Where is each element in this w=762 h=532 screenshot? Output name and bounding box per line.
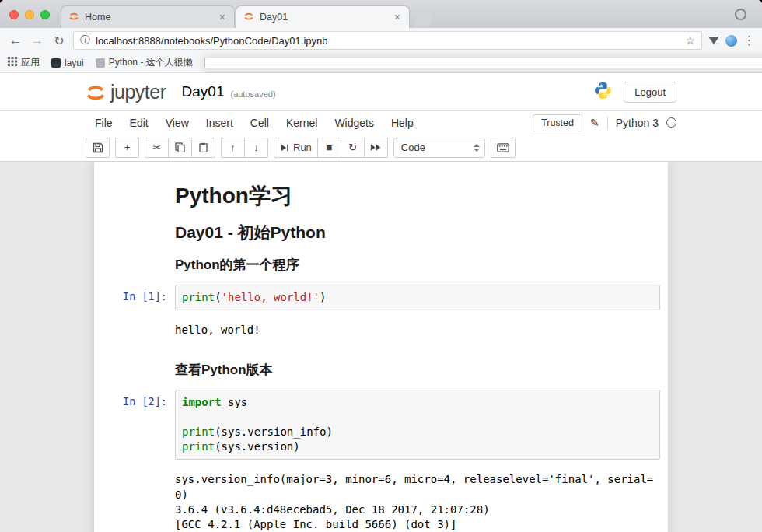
copy-icon [175,142,185,152]
code-input-area[interactable]: import sys print(sys.version_info) print… [175,390,660,460]
url-text[interactable]: localhost:8888/notebooks/PythonCode/Day0… [96,35,680,47]
zoom-window-button[interactable] [40,10,50,19]
heading-first-program: Python的第一个程序 [175,256,660,274]
code-cell-1[interactable]: In [1]: print('hello, world!') [94,281,668,314]
bookmark-python-blog[interactable]: Python - 这个人很懒 [96,56,193,69]
menu-kernel[interactable]: Kernel [278,117,326,129]
autosave-status: (autosaved) [230,86,275,99]
heading-python-study: Python学习 [175,181,660,211]
cell-prompt [94,175,175,277]
browser-tab-home[interactable]: Home × [61,5,235,28]
browser-tabs: Home × Day01 × [61,0,434,28]
menu-widgets[interactable]: Widgets [326,117,383,129]
notebook-title[interactable]: Day01 [182,83,225,100]
trusted-button[interactable]: Trusted [533,114,582,131]
cut-icon: ✂ [152,142,161,153]
code-token: print [182,291,215,303]
bookmark-apps[interactable]: 应用 [8,56,40,69]
browser-window: Home × Day01 × ← → ↻ ⓘ localhost:8888/no… [0,0,762,532]
cut-cell-button[interactable]: ✂ [145,138,169,158]
notebook-page: Python学习 Day01 - 初始Python Python的第一个程序 I… [94,162,668,532]
jupyter-logo[interactable]: jupyter [84,82,166,102]
run-cell-button[interactable]: Run [274,138,318,158]
arrow-down-icon: ↓ [253,142,259,153]
divider [607,117,608,129]
bookmark-favicon [204,58,762,68]
jupyter-favicon-icon [68,12,79,23]
bookmark-layui[interactable]: layui [51,58,84,68]
menu-file[interactable]: File [86,117,121,129]
output-area-2: sys.version_info(major=3, minor=6, micro… [94,464,668,532]
output-prompt [94,467,175,532]
bookmark-favicon [96,58,105,68]
reload-icon[interactable]: ↻ [51,33,67,48]
extension-globe-icon[interactable] [725,35,737,47]
address-bar[interactable]: ⓘ localhost:8888/notebooks/PythonCode/Da… [73,31,702,50]
menu-view[interactable]: View [157,117,197,129]
code-token: (sys.version_info) [215,425,333,438]
jupyter-header: jupyter Day01 (autosaved) Logout [0,73,762,110]
window-controls [9,10,50,19]
cell-type-select[interactable]: Code [393,138,485,158]
menu-edit[interactable]: Edit [121,117,157,129]
command-palette-button[interactable] [491,138,516,158]
profile-icon[interactable] [735,9,746,20]
page-info-icon[interactable]: ⓘ [80,33,90,47]
jupyter-favicon-icon [243,12,254,23]
minimize-window-button[interactable] [25,10,34,19]
copy-cell-button[interactable] [168,138,192,158]
add-cell-button[interactable]: + [115,138,139,158]
move-cell-up-button[interactable]: ↑ [221,138,245,158]
forward-icon[interactable]: → [30,33,45,47]
code-input-area[interactable]: print('hello, world!') [175,285,660,310]
code-token: ( [215,291,221,303]
bookmark-tkinter[interactable]: Tkinter 8.5 reference.. [204,58,762,68]
edit-mode-pencil-icon: ✎ [590,117,599,129]
heading-check-version: 查看Python版本 [175,361,660,379]
restart-kernel-button[interactable]: ↻ [341,138,365,158]
browser-menu-icon[interactable]: ⋮ [743,33,754,47]
tab-strip: Home × Day01 × [0,0,762,28]
save-button[interactable] [86,138,110,158]
paste-cell-button[interactable] [191,138,215,158]
restart-run-all-button[interactable] [364,138,388,158]
bookmark-label: Python - 这个人很懒 [109,56,193,69]
new-tab-button[interactable] [414,9,434,27]
bookmarks-bar: 应用 layui Python - 这个人很懒 Tkinter 8.5 refe… [0,53,762,73]
move-cell-down-button[interactable]: ↓ [244,138,268,158]
tab-label: Day01 [260,12,387,23]
tab-label: Home [85,12,212,23]
cell-type-value: Code [401,142,425,153]
cell-prompt [94,348,175,382]
close-window-button[interactable] [9,10,19,19]
markdown-cell-version[interactable]: 查看Python版本 [94,345,668,386]
bookmark-star-icon[interactable]: ☆ [685,34,695,47]
extension-triangle-icon[interactable] [708,37,719,44]
cell-prompt: In [1]: [94,285,175,310]
menu-help[interactable]: Help [383,117,422,129]
code-token: (sys.version) [215,440,300,453]
fast-forward-icon [370,143,381,152]
tab-close-icon[interactable]: × [393,11,402,23]
python-logo-icon [593,81,613,103]
cell-prompt: In [2]: [94,390,175,460]
keyboard-icon [497,143,509,152]
browser-toolbar: ← → ↻ ⓘ localhost:8888/notebooks/PythonC… [0,28,762,53]
kernel-name: Python 3 [616,117,659,129]
menu-cell[interactable]: Cell [242,117,278,129]
paste-icon [198,142,208,152]
markdown-cell-title[interactable]: Python学习 Day01 - 初始Python Python的第一个程序 [94,171,668,281]
tab-close-icon[interactable]: × [218,11,227,23]
back-icon[interactable]: ← [8,33,23,47]
browser-tab-day01[interactable]: Day01 × [236,5,410,28]
output-prompt [94,318,175,341]
bookmark-label: layui [65,58,84,68]
logout-button[interactable]: Logout [624,82,676,103]
menu-insert[interactable]: Insert [197,117,242,129]
cell-output-text: sys.version_info(major=3, minor=6, micro… [175,467,657,532]
apps-grid-icon [8,57,17,68]
jupyter-wordmark: jupyter [110,82,166,102]
stop-kernel-button[interactable]: ■ [317,138,341,158]
code-cell-2[interactable]: In [2]: import sys print(sys.version_inf… [94,386,668,464]
notebook-area: Python学习 Day01 - 初始Python Python的第一个程序 I… [0,162,762,532]
